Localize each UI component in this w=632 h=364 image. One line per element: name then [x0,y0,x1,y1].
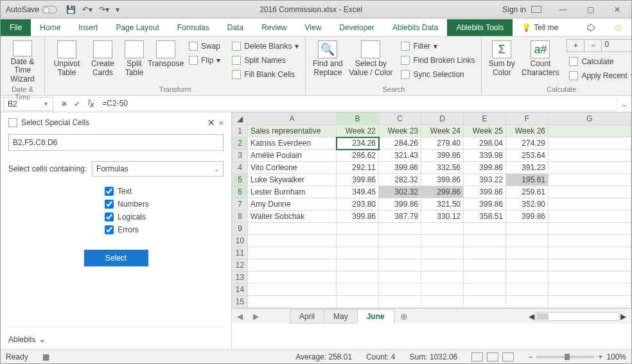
row-header[interactable]: 7 [233,198,248,211]
cell[interactable]: 293.80 [337,198,379,211]
row-header[interactable]: 8 [233,211,248,223]
row-header[interactable]: 5 [233,174,248,186]
tell-me[interactable]: 💡 Tell me [513,19,567,36]
cell[interactable] [506,247,549,259]
cell[interactable] [549,235,631,247]
scroll-left-icon[interactable]: ◀ [529,312,534,321]
cell[interactable]: 352.90 [506,198,549,211]
row-header[interactable]: 12 [233,259,248,272]
range-input[interactable] [8,134,224,151]
cell[interactable] [506,235,549,247]
decimal-stepper[interactable]: + − 0 [566,39,632,52]
h-scrollbar[interactable]: ◀ ▶ [529,312,631,321]
header-cell[interactable]: Week 22 [337,125,379,137]
cell[interactable]: 399.86 [337,174,379,186]
cell[interactable] [506,284,549,296]
cell[interactable] [421,235,464,247]
row-header[interactable]: 1 [233,125,248,137]
close-button[interactable]: ✕ [604,1,630,19]
redo-icon[interactable]: ↷▾ [99,5,109,14]
split-names-button[interactable]: Split Names [229,53,301,67]
apply-recent-button[interactable]: Apply Recent ▾ [566,69,632,83]
cell[interactable]: 399.86 [421,150,464,162]
cell[interactable]: Walter Sobchak [248,211,337,223]
ablebits-brand[interactable]: Ablebits ⌄ [8,327,224,344]
zoom-value[interactable]: 100% [606,352,626,361]
cell[interactable]: 321.50 [421,198,464,211]
cell[interactable] [464,284,506,296]
cell[interactable]: 282.32 [379,174,421,186]
cell[interactable] [506,272,549,284]
tab-developer[interactable]: Developer [330,19,383,36]
cell[interactable]: Vito Corleone [248,162,337,174]
cell[interactable] [379,247,421,259]
add-sheet-button[interactable]: ⊕ [394,311,414,322]
undo-icon[interactable]: ↶▾ [82,5,92,14]
cell[interactable]: 399.86 [379,198,421,211]
cell[interactable] [549,150,631,162]
tab-ablebits-tools[interactable]: Ablebits Tools [447,19,513,36]
row-header[interactable]: 3 [233,150,248,162]
cell[interactable] [506,296,549,308]
cell[interactable]: 332.56 [421,162,464,174]
zoom-control[interactable]: − + 100% [528,352,626,361]
cell[interactable]: Amélie Poulain [248,150,337,162]
cell[interactable] [379,223,421,235]
cell[interactable]: 399.86 [464,162,506,174]
cell[interactable] [549,296,631,308]
sheet-nav-prev[interactable]: ◀ [232,312,248,321]
cell[interactable] [379,296,421,308]
cell-active[interactable]: 234.26 [337,137,379,150]
header-cell[interactable]: Sales representative [248,125,337,137]
flip-button[interactable]: Flip ▾ [186,53,223,67]
cell[interactable] [464,235,506,247]
dec-button[interactable]: − [584,39,602,52]
cell[interactable]: 387.79 [379,211,421,223]
cell[interactable]: 399.86 [506,211,549,223]
save-icon[interactable]: 💾 [66,5,76,14]
cell[interactable]: 259.61 [506,186,549,198]
cell[interactable] [248,223,337,235]
col-header[interactable]: E [464,113,506,125]
cell[interactable]: 391.23 [506,162,549,174]
cell[interactable] [337,235,379,247]
delete-blanks-button[interactable]: Delete Blanks ▾ [229,39,301,53]
checkbox[interactable] [105,212,114,221]
collapse-pane-icon[interactable]: « [219,118,224,127]
cell[interactable]: 298.04 [464,137,506,150]
fill-blank-cells-button[interactable]: Fill Blank Cells [229,67,301,82]
cell[interactable] [549,186,631,198]
cell[interactable] [379,284,421,296]
col-header[interactable]: C [379,113,421,125]
tab-file[interactable]: File [1,19,31,36]
sheet-tab-may[interactable]: May [324,309,358,324]
calculate-button[interactable]: Calculate [566,55,632,69]
name-box[interactable]: B2▼ [3,97,53,111]
sign-in-link[interactable]: Sign in [502,5,526,14]
tab-data[interactable]: Data [218,19,252,36]
zoom-track[interactable] [536,356,594,358]
cell[interactable] [248,272,337,284]
checkbox[interactable] [105,187,114,196]
fx-icon[interactable]: fx [88,98,94,109]
cell[interactable] [549,247,631,259]
row-header[interactable]: 14 [233,284,248,296]
cell[interactable] [549,211,631,223]
ribbon-display-icon[interactable] [531,6,541,13]
cell[interactable] [248,296,337,308]
checkbox[interactable] [105,225,114,234]
cell[interactable]: 358.51 [464,211,506,223]
cell[interactable] [421,259,464,272]
cell[interactable] [549,259,631,272]
cell[interactable]: 279.40 [421,137,464,150]
cell[interactable] [421,284,464,296]
cell[interactable] [337,272,379,284]
cell[interactable] [421,272,464,284]
cancel-icon[interactable]: ✕ [61,100,67,108]
create-cards-button[interactable]: Create Cards [87,39,118,84]
tab-view[interactable]: View [296,19,331,36]
tab-formulas[interactable]: Formulas [168,19,218,36]
cell[interactable] [248,284,337,296]
sheet-nav-next[interactable]: ▶ [248,312,264,321]
select-all-corner[interactable]: ◢ [233,113,248,125]
